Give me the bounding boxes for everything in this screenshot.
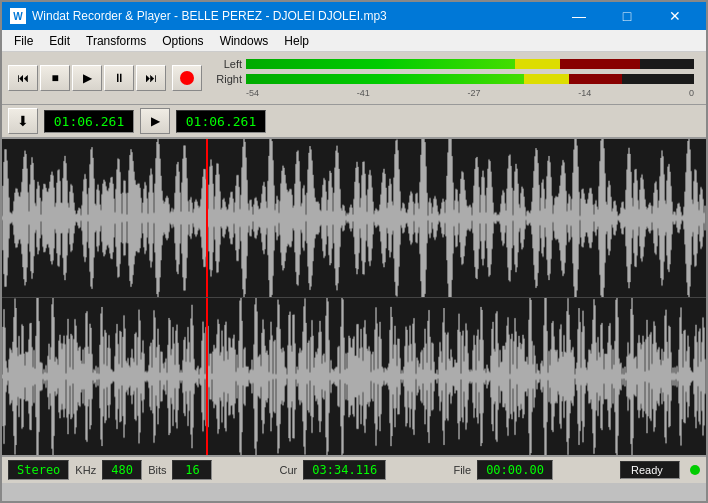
khz-display: 480 — [102, 460, 142, 480]
close-button[interactable]: ✕ — [652, 6, 698, 26]
waveform-bottom[interactable] — [2, 298, 706, 456]
maximize-button[interactable]: □ — [604, 6, 650, 26]
toolbars: ⏮ ■ ▶ ⏸ ⏭ Left — [2, 52, 706, 139]
playhead-bottom — [206, 298, 208, 456]
transport-buttons: ⏮ ■ ▶ ⏸ ⏭ — [8, 65, 166, 91]
menu-edit[interactable]: Edit — [41, 32, 78, 50]
record-circle-icon — [180, 71, 194, 85]
pause-button[interactable]: ⏸ — [104, 65, 134, 91]
left-meter-bar — [246, 59, 694, 69]
titlebar-controls: — □ ✕ — [556, 6, 698, 26]
time-display-1: 01:06.261 — [44, 110, 134, 133]
waveform-bottom-canvas — [2, 298, 706, 456]
vu-meter: Left Right -54 — [208, 56, 700, 100]
right-meter-bar — [246, 74, 694, 84]
waveform-top-canvas — [2, 139, 706, 297]
right-green-bar — [246, 74, 524, 84]
rewind-button[interactable]: ⏮ — [8, 65, 38, 91]
menu-windows[interactable]: Windows — [212, 32, 277, 50]
left-yellow-bar — [515, 59, 560, 69]
left-label: Left — [214, 58, 242, 70]
window-title: Windat Recorder & Player - BELLE PEREZ -… — [32, 9, 387, 23]
waveform-container[interactable] — [2, 139, 706, 455]
statusbar: Stereo KHz 480 Bits 16 Cur 03:34.116 Fil… — [2, 455, 706, 483]
stop-button[interactable]: ■ — [40, 65, 70, 91]
play-button[interactable]: ▶ — [72, 65, 102, 91]
left-red-bar — [560, 59, 641, 69]
waveform-top[interactable] — [2, 139, 706, 298]
titlebar-left: W Windat Recorder & Player - BELLE PEREZ… — [10, 8, 387, 24]
ready-indicator — [690, 465, 700, 475]
scale-minus14: -14 — [578, 88, 591, 98]
right-yellow-bar — [524, 74, 569, 84]
khz-label: KHz — [75, 464, 96, 476]
scale-zero: 0 — [689, 88, 694, 98]
playhead-top — [206, 139, 208, 297]
download-button[interactable]: ⬇ — [8, 108, 38, 134]
record-button[interactable] — [172, 65, 202, 91]
menu-file[interactable]: File — [6, 32, 41, 50]
download-icon: ⬇ — [17, 113, 29, 129]
cur-label: Cur — [280, 464, 298, 476]
right-meter-row: Right — [214, 73, 694, 85]
bits-display: 16 — [172, 460, 212, 480]
titlebar: W Windat Recorder & Player - BELLE PEREZ… — [2, 2, 706, 30]
menubar: File Edit Transforms Options Windows Hel… — [2, 30, 706, 52]
app-icon: W — [10, 8, 26, 24]
right-red-bar — [569, 74, 623, 84]
left-green-bar — [246, 59, 515, 69]
fastforward-button[interactable]: ⏭ — [136, 65, 166, 91]
scale-minus41: -41 — [357, 88, 370, 98]
meter-scale: -54 -41 -27 -14 0 — [214, 88, 694, 98]
file-label: File — [453, 464, 471, 476]
cur-display: 03:34.116 — [303, 460, 386, 480]
minimize-button[interactable]: — — [556, 6, 602, 26]
scale-minus54: -54 — [246, 88, 259, 98]
toolbar: ⏮ ■ ▶ ⏸ ⏭ Left — [2, 52, 706, 105]
menu-options[interactable]: Options — [154, 32, 211, 50]
bits-label: Bits — [148, 464, 166, 476]
left-meter-row: Left — [214, 58, 694, 70]
scale-minus27: -27 — [467, 88, 480, 98]
ready-display: Ready — [620, 461, 680, 479]
menu-help[interactable]: Help — [276, 32, 317, 50]
toolbar2: ⬇ 01:06.261 ▶ 01:06.261 — [2, 105, 706, 139]
file-display: 00:00.00 — [477, 460, 553, 480]
stereo-display: Stereo — [8, 460, 69, 480]
menu-transforms[interactable]: Transforms — [78, 32, 154, 50]
main-content: File Edit Transforms Options Windows Hel… — [2, 30, 706, 483]
play-button-2[interactable]: ▶ — [140, 108, 170, 134]
time-display-2: 01:06.261 — [176, 110, 266, 133]
play-icon-2: ▶ — [151, 114, 160, 128]
right-label: Right — [214, 73, 242, 85]
